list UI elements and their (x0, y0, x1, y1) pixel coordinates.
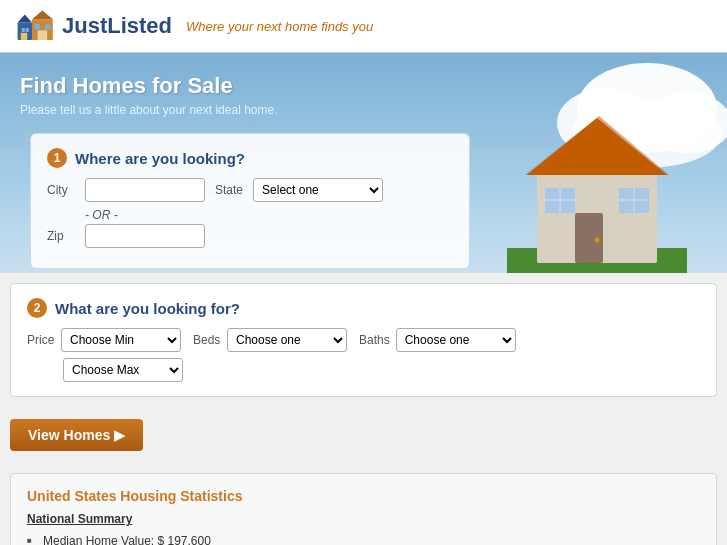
price-min-select[interactable]: Choose Min No Min $50,000 $100,000 $150,… (61, 328, 181, 352)
price-max-select[interactable]: Choose Max $100,000 $150,000 $200,000 $3… (63, 358, 183, 382)
section1-header: 1 Where are you looking? (47, 148, 453, 168)
svg-rect-7 (34, 24, 40, 30)
logo-container: JustListed (16, 8, 172, 44)
baths-group: Baths Choose one 1+ 2+ 3+ 4+ (359, 328, 516, 352)
hero-subtitle: Please tell us a little about your next … (20, 103, 707, 117)
section2-header: 2 What are you looking for? (27, 298, 700, 318)
zip-row: Zip (47, 224, 453, 248)
svg-rect-2 (22, 28, 25, 32)
arrow-icon: ▶ (114, 427, 125, 443)
stats-title: United States Housing Statistics (27, 488, 700, 504)
price-label: Price (27, 333, 55, 347)
hero-section: Find Homes for Sale Please tell us a lit… (0, 53, 727, 273)
section2-form-row: Price Choose Min No Min $50,000 $100,000… (27, 328, 700, 352)
view-homes-button[interactable]: View Homes ▶ (10, 419, 143, 451)
state-select[interactable]: Select one Alabama Alaska Arizona Califo… (253, 178, 383, 202)
list-item: Median Home Value: $ 197,600 (27, 532, 700, 545)
beds-select[interactable]: Choose one 1+ 2+ 3+ 4+ 5+ (227, 328, 347, 352)
state-label: State (215, 183, 243, 197)
svg-rect-9 (38, 30, 48, 40)
beds-label: Beds (193, 333, 221, 347)
svg-marker-1 (18, 14, 32, 22)
logo-icon (16, 8, 56, 44)
section2-box: 2 What are you looking for? Price Choose… (10, 283, 717, 397)
section1-title: Where are you looking? (75, 150, 245, 167)
price-max-row: Choose Max $100,000 $150,000 $200,000 $3… (63, 358, 700, 382)
logo-text: JustListed (62, 13, 172, 39)
price-group: Price Choose Min No Min $50,000 $100,000… (27, 328, 181, 352)
zip-label: Zip (47, 229, 75, 243)
svg-rect-4 (21, 33, 27, 40)
svg-rect-3 (26, 28, 29, 32)
or-divider: - OR - (85, 208, 453, 222)
zip-input[interactable] (85, 224, 205, 248)
svg-rect-8 (45, 24, 51, 30)
view-homes-label: View Homes (28, 427, 110, 443)
stats-section: United States Housing Statistics Nationa… (10, 473, 717, 545)
city-input[interactable] (85, 178, 205, 202)
hero-title: Find Homes for Sale (20, 73, 707, 99)
baths-label: Baths (359, 333, 390, 347)
section1-box: 1 Where are you looking? City State Sele… (30, 133, 470, 269)
stats-list: Median Home Value: $ 197,600 Median Prop… (27, 532, 700, 545)
city-label: City (47, 183, 75, 197)
section2-number: 2 (27, 298, 47, 318)
hero-content: Find Homes for Sale Please tell us a lit… (0, 53, 727, 273)
city-state-row: City State Select one Alabama Alaska Ari… (47, 178, 453, 202)
section2-title: What are you looking for? (55, 300, 240, 317)
stats-subtitle: National Summary (27, 512, 700, 526)
beds-group: Beds Choose one 1+ 2+ 3+ 4+ 5+ (193, 328, 347, 352)
section1-number: 1 (47, 148, 67, 168)
svg-marker-6 (32, 10, 53, 19)
baths-select[interactable]: Choose one 1+ 2+ 3+ 4+ (396, 328, 516, 352)
tagline: Where your next home finds you (186, 19, 373, 34)
header: JustListed Where your next home finds yo… (0, 0, 727, 53)
